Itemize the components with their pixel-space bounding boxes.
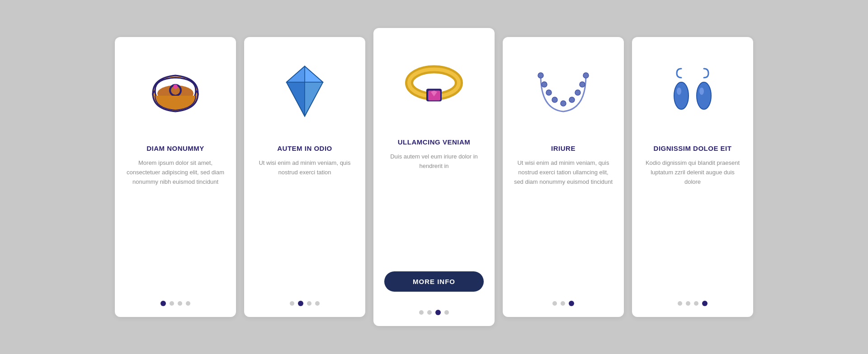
card-4-dots [552, 292, 574, 306]
card-2: AUTEM IN ODIO Ut wisi enim ad minim veni… [244, 37, 365, 317]
svg-marker-4 [305, 66, 323, 82]
svg-point-25 [677, 88, 681, 95]
dot [686, 301, 690, 306]
dot [290, 301, 294, 306]
card-1-title: DIAM NONUMMY [146, 144, 204, 152]
dot-active [702, 301, 708, 306]
svg-point-22 [580, 82, 585, 87]
card-1-dots [160, 292, 190, 306]
dot-active [569, 301, 574, 306]
svg-marker-9 [305, 82, 323, 116]
earrings-icon [661, 60, 724, 123]
card-3-title: ULLAMCING VENIAM [398, 138, 471, 146]
card-2-dots [290, 292, 320, 306]
card-1: DIAM NONUMMY Morem ipsum dolor sit amet,… [115, 37, 236, 317]
card-2-title: AUTEM IN ODIO [277, 144, 332, 152]
svg-marker-5 [287, 66, 305, 82]
dot-active [160, 301, 166, 306]
svg-point-18 [552, 97, 557, 102]
svg-point-27 [699, 88, 704, 95]
dot [678, 301, 682, 306]
dot-active [435, 310, 441, 315]
card-3-dots [419, 301, 449, 315]
necklace-icon [532, 60, 595, 123]
dot [186, 301, 190, 306]
card-4: IRIURE Ut wisi enim ad minim veniam, qui… [503, 37, 624, 317]
dot [427, 310, 432, 315]
card-5: DIGNISSIM DOLOE EIT Kodio dignissim qui … [632, 37, 753, 317]
ring-icon-area [393, 44, 475, 126]
svg-point-17 [546, 90, 552, 95]
card-3: ULLAMCING VENIAM Duis autem vel eum iriu… [373, 28, 495, 326]
dot [561, 301, 565, 306]
card-3-text: Duis autem vel eum iriure dolor in hendr… [384, 152, 484, 263]
ring-icon [399, 50, 469, 120]
card-4-title: IRIURE [551, 144, 576, 152]
ring-box-icon-area [135, 51, 216, 132]
card-1-text: Morem ipsum dolor sit amet, consectetuer… [126, 158, 225, 292]
ring-box-icon [144, 60, 207, 123]
card-5-dots [678, 292, 708, 306]
card-5-text: Kodio dignissim qui blandit praesent lup… [643, 158, 742, 292]
svg-point-15 [538, 73, 543, 78]
svg-point-16 [542, 82, 547, 87]
cards-container: DIAM NONUMMY Morem ipsum dolor sit amet,… [97, 10, 771, 344]
dot [694, 301, 698, 306]
svg-point-23 [583, 73, 589, 78]
card-4-text: Ut wisi enim ad minim veniam, quis nostr… [514, 158, 613, 292]
dot [315, 301, 320, 306]
dot [170, 301, 174, 306]
earrings-icon-area [652, 51, 733, 132]
card-2-text: Ut wisi enim ad minim veniam, quis nostr… [255, 158, 354, 292]
svg-marker-8 [287, 82, 305, 116]
dot [178, 301, 182, 306]
diamond-icon [273, 60, 336, 123]
necklace-icon-area [523, 51, 604, 132]
svg-point-24 [674, 82, 689, 109]
svg-point-26 [697, 82, 711, 109]
svg-point-2 [173, 84, 178, 89]
card-5-title: DIGNISSIM DOLOE EIT [654, 144, 732, 152]
svg-point-21 [575, 90, 580, 95]
svg-point-20 [569, 97, 575, 102]
more-info-button[interactable]: MORE INFO [384, 271, 484, 292]
dot [419, 310, 424, 315]
dot [444, 310, 449, 315]
diamond-icon-area [264, 51, 345, 132]
dot [307, 301, 311, 306]
dot-active [298, 301, 303, 306]
dot [552, 301, 557, 306]
svg-point-19 [561, 101, 566, 106]
